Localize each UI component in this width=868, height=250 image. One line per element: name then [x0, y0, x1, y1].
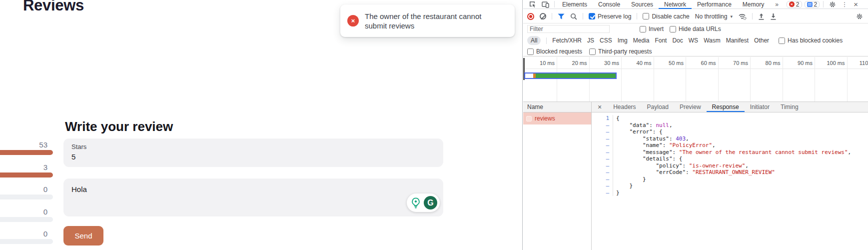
filter-pill-fetchxhr[interactable]: Fetch/XHR	[552, 37, 582, 44]
detail-tab-headers[interactable]: Headers	[608, 102, 641, 112]
checkbox-unchecked-icon[interactable]	[643, 13, 649, 20]
filter-pill-js[interactable]: JS	[587, 37, 594, 44]
filter-pill-font[interactable]: Font	[655, 37, 667, 44]
disable-cache-label: Disable cache	[652, 13, 689, 20]
third-party-requests-checkbox[interactable]: Third-party requests	[589, 48, 652, 55]
timeline-gridline	[750, 57, 751, 102]
disable-cache-checkbox[interactable]: Disable cache	[643, 13, 689, 20]
code-text: "errCode": "RESTAURANT_OWNER_REVIEW"	[613, 169, 775, 176]
rating-count: 3	[0, 164, 53, 172]
detail-tab-preview[interactable]: Preview	[674, 102, 707, 112]
divider	[823, 1, 824, 8]
grammarly-widget[interactable]: G	[407, 194, 440, 212]
line-gutter[interactable]: –	[592, 136, 613, 142]
network-settings-gear-icon[interactable]	[856, 13, 863, 20]
line-gutter[interactable]: 1	[592, 115, 613, 122]
detail-tab-initiator[interactable]: Initiator	[745, 102, 775, 112]
export-har-icon[interactable]	[770, 13, 777, 20]
network-overview-timeline[interactable]: 10 ms20 ms30 ms40 ms50 ms60 ms70 ms80 ms…	[523, 57, 868, 102]
detail-tab-payload[interactable]: Payload	[642, 102, 674, 112]
has-blocked-cookies-checkbox[interactable]: Has blocked cookies	[779, 37, 843, 44]
review-textarea[interactable]: Hola	[63, 178, 443, 216]
more-tabs-icon[interactable]: »	[770, 0, 784, 9]
checkbox-unchecked-icon[interactable]	[589, 48, 596, 55]
rating-bar	[0, 150, 53, 155]
devtools-menu-icon[interactable]: ⋮	[839, 1, 850, 8]
grammarly-suggestion-bulb-icon[interactable]	[409, 196, 422, 210]
record-network-log-icon[interactable]	[527, 13, 534, 20]
blocked-requests-checkbox[interactable]: Blocked requests	[527, 48, 582, 55]
filter-input[interactable]	[527, 25, 610, 33]
preserve-log-checkbox[interactable]: Preserve log	[589, 13, 631, 20]
close-detail-icon[interactable]: ×	[592, 103, 608, 111]
console-errors-badge[interactable]: × 2	[787, 1, 802, 8]
console-messages-badge[interactable]: 2	[805, 1, 820, 8]
devtools-tab-console[interactable]: Console	[593, 0, 626, 9]
filter-pill-wasm[interactable]: Wasm	[704, 37, 721, 44]
line-gutter[interactable]: –	[592, 122, 613, 129]
settings-gear-icon[interactable]	[826, 1, 839, 8]
line-gutter[interactable]: –	[592, 128, 613, 136]
filter-pill-manifest[interactable]: Manifest	[726, 37, 749, 44]
invert-checkbox[interactable]: Invert	[640, 26, 664, 32]
filter-pill-media[interactable]: Media	[633, 37, 650, 44]
detail-tab-timing[interactable]: Timing	[775, 102, 804, 112]
message-badge-icon	[807, 2, 813, 7]
code-line: – }	[592, 182, 868, 190]
devtools-tab-sources[interactable]: Sources	[626, 0, 659, 9]
throttling-dropdown[interactable]: No throttling ▾	[695, 13, 733, 20]
line-gutter[interactable]: –	[592, 156, 613, 162]
device-toolbar-icon[interactable]	[539, 1, 552, 8]
request-waterfall-bar[interactable]	[524, 72, 617, 79]
checkbox-checked-icon[interactable]	[589, 13, 595, 20]
send-button[interactable]: Send	[63, 226, 103, 246]
import-har-icon[interactable]	[758, 13, 765, 20]
line-gutter[interactable]: –	[592, 169, 613, 176]
line-gutter[interactable]: –	[592, 182, 613, 190]
hide-data-urls-checkbox[interactable]: Hide data URLs	[670, 26, 721, 32]
inspect-element-icon[interactable]	[526, 0, 539, 8]
error-badge-icon: ×	[789, 2, 795, 7]
code-line: –}	[592, 190, 868, 196]
grammarly-logo-icon[interactable]: G	[424, 196, 437, 210]
checkbox-unchecked-icon[interactable]	[670, 26, 676, 32]
line-gutter[interactable]: –	[592, 190, 613, 196]
filter-pill-other[interactable]: Other	[754, 37, 769, 44]
line-gutter[interactable]: –	[592, 162, 613, 170]
network-conditions-icon[interactable]	[738, 13, 747, 20]
line-gutter[interactable]: –	[592, 149, 613, 156]
rating-bar	[0, 217, 53, 222]
devtools-close-icon[interactable]: ×	[850, 0, 862, 8]
filter-pill-img[interactable]: Img	[618, 37, 628, 44]
timeline-tick-label: 90 ms	[785, 60, 813, 66]
filter-pill-doc[interactable]: Doc	[672, 37, 683, 44]
filter-funnel-icon[interactable]	[558, 14, 565, 20]
line-gutter[interactable]: –	[592, 176, 613, 183]
devtools-tab-performance[interactable]: Performance	[692, 0, 737, 9]
stars-field[interactable]: Stars 5	[63, 138, 443, 167]
code-line: – "error": {	[592, 128, 868, 136]
detail-tab-response[interactable]: Response	[707, 102, 745, 112]
line-gutter[interactable]: –	[592, 142, 613, 149]
code-line: 1{	[592, 115, 868, 122]
devtools-tab-memory[interactable]: Memory	[737, 0, 770, 9]
error-toast[interactable]: × The owner of the restaurant cannot sub…	[340, 4, 515, 37]
devtools-tab-network[interactable]: Network	[659, 0, 692, 9]
invert-label: Invert	[649, 26, 664, 32]
request-row-reviews[interactable]: reviews	[523, 112, 591, 124]
checkbox-unchecked-icon[interactable]	[527, 48, 534, 55]
filter-pill-ws[interactable]: WS	[689, 37, 698, 44]
name-column-header[interactable]: Name	[523, 102, 591, 112]
blocked-requests-label: Blocked requests	[536, 48, 582, 55]
checkbox-unchecked-icon[interactable]	[779, 38, 785, 44]
search-icon[interactable]	[570, 13, 577, 20]
filter-pill-all[interactable]: All	[527, 36, 541, 45]
filter-pill-css[interactable]: CSS	[600, 37, 612, 44]
stars-field-value: 5	[71, 152, 435, 161]
devtools-tab-elements[interactable]: Elements	[557, 0, 593, 9]
timeline-tick-label: 40 ms	[624, 60, 652, 66]
timeline-tick-label: 30 ms	[591, 60, 619, 66]
checkbox-unchecked-icon[interactable]	[640, 26, 646, 32]
code-line: – }	[592, 176, 868, 183]
clear-network-log-icon[interactable]	[540, 13, 546, 20]
